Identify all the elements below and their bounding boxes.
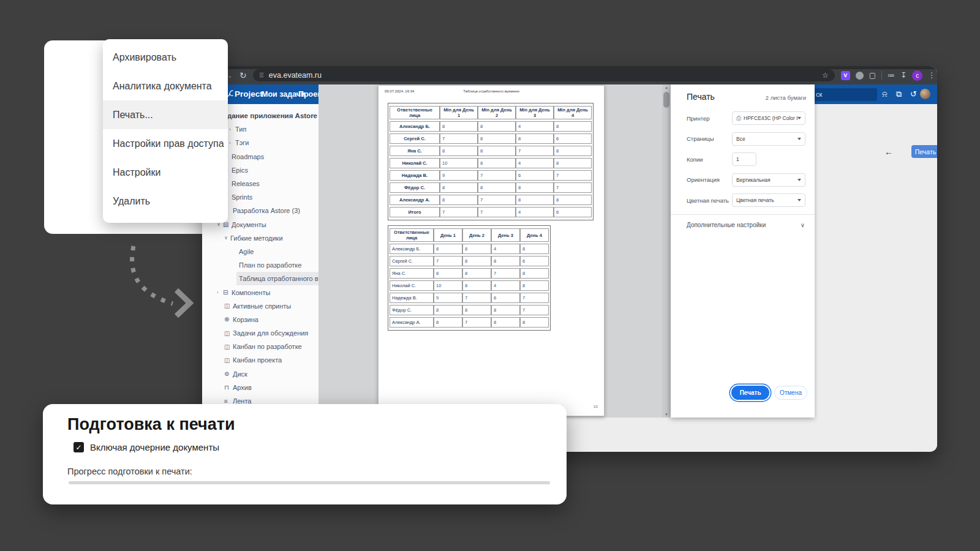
sidebar-item-icon: ◫ — [224, 330, 233, 337]
person-name-cell: Фёдор С. — [390, 305, 434, 315]
sidebar-item[interactable]: ◫ Канбан по разработке — [202, 340, 318, 353]
toolbar-separator — [881, 71, 882, 80]
print-confirm-button[interactable]: Печать — [731, 386, 769, 400]
history-icon[interactable]: ↺ — [910, 89, 917, 99]
address-bar-url[interactable]: eva.evateam.ru — [269, 71, 322, 80]
extension-v-icon[interactable]: V — [841, 71, 850, 80]
value-cell: 9 — [434, 293, 462, 303]
print-setting-control[interactable]: Вертикальная — [732, 173, 805, 187]
value-cell: 7 — [554, 170, 592, 181]
address-bar[interactable]: ☰ eva.evateam.ru ☆ — [253, 69, 835, 81]
scroll-down-icon[interactable]: ▼ — [662, 413, 671, 416]
sidebar-item[interactable]: ◫ Канбан проекта — [202, 353, 318, 367]
tree-chevron-icon[interactable]: › — [217, 290, 223, 295]
extensions-puzzle-icon[interactable]: ▢ — [869, 71, 876, 80]
app-product-name[interactable]: Project — [235, 89, 263, 99]
preview-page-indicator: 1/2 — [594, 405, 598, 408]
sidebar-item-label: Архив — [233, 384, 252, 391]
scroll-up-icon[interactable]: ▲ — [662, 86, 671, 89]
bell-icon[interactable]: ⍾ — [882, 89, 888, 99]
include-children-checkbox[interactable]: ✓ — [74, 442, 84, 452]
table-row: Александр Б. 8 8 4 8 — [390, 121, 592, 132]
context-menu-item[interactable]: Архивировать — [103, 43, 228, 72]
context-menu-item[interactable]: Аналитика документа — [103, 72, 228, 100]
print-setting-value: HPFCE43C (HP Color LaserJet — [744, 115, 797, 121]
browser-profile-avatar[interactable]: c — [912, 70, 922, 81]
table-row: Надежда В. 9 7 6 7 — [390, 170, 592, 181]
preview-scrollbar[interactable]: ▲ ▼ — [662, 84, 671, 418]
sidebar-item[interactable]: Таблица отработанного времени — [202, 272, 318, 285]
site-info-icon[interactable]: ☰ — [259, 72, 264, 78]
print-setting-control[interactable]: Цветная печать — [732, 193, 805, 207]
person-name-cell: Фёдор С. — [390, 182, 440, 193]
value-cell: 8 — [434, 244, 462, 254]
include-children-row[interactable]: ✓ Включая дочерние документы — [74, 442, 219, 452]
preview-doc-title: Таблица отработанного времени — [385, 89, 598, 93]
value-cell: 8 — [478, 182, 516, 193]
table-row: Николай С. 10 8 4 8 — [390, 158, 592, 168]
sidebar-item[interactable]: ◫ Задачи для обсуждения — [202, 326, 318, 340]
sidebar-item-label: Тэги — [235, 139, 249, 146]
user-avatar[interactable] — [920, 89, 930, 99]
print-setting-row: Принтер ⎙ HPFCE43C (HP Color LaserJet — [687, 111, 806, 125]
table-header-cell: Min для День 3 — [516, 106, 554, 119]
sidebar-item[interactable]: ∨ Гибкие методики — [202, 231, 318, 245]
sidebar-item-label: Канбан проекта — [233, 356, 282, 364]
table-header-cell: День 4 — [520, 228, 549, 242]
print-setting-value: Вертикальная — [736, 177, 797, 183]
value-cell: 7 — [462, 293, 491, 303]
sidebar-item[interactable]: ⊚ Диск — [202, 367, 318, 381]
sidebar-item-label: Agile — [239, 248, 254, 255]
sidebar-item-label: Epics — [232, 167, 248, 174]
page-back-arrow-icon[interactable]: ← — [884, 147, 893, 157]
tree-chevron-icon[interactable]: › — [229, 127, 235, 132]
context-menu-item[interactable]: Печать... — [103, 100, 228, 129]
print-setting-label: Копии — [687, 156, 732, 163]
print-cancel-button[interactable]: Отмена — [774, 386, 807, 400]
sidebar-item-label: План по разработке — [239, 261, 301, 269]
print-setting-control[interactable]: ⎙ HPFCE43C (HP Color LaserJet — [732, 111, 805, 125]
sidebar-item[interactable]: ⊓ Архив — [202, 381, 318, 394]
tab-list-icon[interactable]: ≔ — [888, 71, 895, 80]
tree-chevron-icon[interactable]: › — [229, 140, 235, 146]
value-cell: 9 — [440, 170, 478, 181]
table-header-cell: День 2 — [462, 228, 491, 242]
sidebar-item[interactable]: План по разработке — [202, 258, 318, 272]
print-setting-value: Все — [736, 136, 797, 142]
print-setting-control[interactable]: Все — [732, 132, 805, 146]
value-cell: 6 — [491, 293, 520, 303]
value-cell: 6 — [520, 256, 549, 266]
tree-chevron-icon[interactable]: ∨ — [224, 235, 230, 241]
additional-settings-row[interactable]: Дополнительные настройки ∨ — [687, 222, 805, 228]
scrollbar-thumb[interactable] — [663, 92, 669, 108]
sidebar-item-label: Задачи для обсуждения — [233, 329, 308, 337]
value-cell: 10 — [434, 280, 462, 291]
sidebar-item-icon: ◫ — [224, 357, 233, 364]
value-cell: 7 — [440, 207, 478, 217]
browser-reload-icon[interactable]: ↻ — [239, 66, 247, 84]
table-row: Николай С. 10 8 4 8 — [390, 280, 549, 291]
worktime-table-days: Ответственные лица День 1 День 2 День 3 … — [388, 225, 551, 331]
context-menu-item[interactable]: Настройки прав доступа — [103, 129, 228, 158]
table-header-cell: День 3 — [491, 228, 520, 242]
sidebar-item[interactable]: Agile — [202, 245, 318, 258]
value-cell: 8 — [554, 121, 592, 132]
downloads-icon[interactable]: ↧ — [900, 71, 907, 80]
sidebar-item[interactable]: ⊗ Корзина — [202, 313, 318, 326]
value-cell: 7 — [440, 133, 478, 144]
print-setting-control[interactable]: 1 — [732, 152, 756, 166]
sidebar-item-label: Диск — [233, 370, 247, 378]
document-context-menu: Архивировать Аналитика документа Печать.… — [103, 39, 228, 223]
sidebar-item-label: Разработка Astore (3) — [233, 207, 300, 214]
browser-menu-icon[interactable]: ⋮ — [928, 71, 935, 80]
notes-icon[interactable]: ⧉ — [896, 89, 902, 99]
bookmark-star-icon[interactable]: ☆ — [822, 71, 829, 80]
sidebar-item[interactable]: ◫ Активные спринты — [202, 299, 318, 313]
context-menu-item[interactable]: Настройки — [103, 158, 228, 187]
page-print-button[interactable]: Печать — [911, 145, 937, 158]
sidebar-item-label: Корзина — [233, 316, 258, 323]
value-cell: 8 — [478, 158, 516, 168]
globe-extension-icon[interactable] — [856, 72, 864, 80]
sidebar-item[interactable]: › ⊟ Компоненты — [202, 285, 318, 299]
context-menu-item[interactable]: Удалить — [103, 187, 228, 216]
